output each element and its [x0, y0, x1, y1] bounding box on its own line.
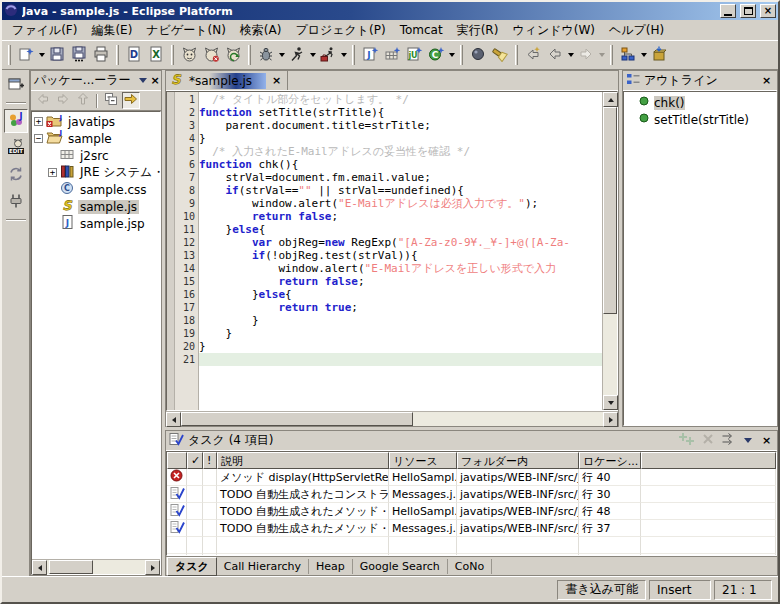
- perspective-java-perspective-button[interactable]: J: [4, 109, 28, 133]
- toolbar-grip[interactable]: [248, 45, 251, 65]
- expand-icon[interactable]: +: [48, 168, 57, 177]
- perspective-plug-perspective-button[interactable]: [4, 190, 28, 214]
- scroll-left-button[interactable]: [166, 412, 181, 427]
- editor-marker-bar[interactable]: [167, 92, 175, 410]
- scroll-thumb[interactable]: [603, 107, 617, 314]
- scroll-down-button[interactable]: [603, 395, 618, 410]
- expand-icon[interactable]: +: [34, 117, 43, 126]
- collapse-all-button[interactable]: [102, 92, 120, 109]
- outline-titlebar[interactable]: アウトライン ×: [623, 71, 777, 91]
- column-header-リソース[interactable]: リソース: [389, 452, 457, 469]
- toolbar-new-junit-test-button[interactable]: jU: [403, 43, 425, 67]
- tree-item-jre-system-library[interactable]: +JRE システム・: [32, 164, 160, 181]
- tree-item-sample-css[interactable]: Csample.css: [32, 181, 160, 198]
- menu-search[interactable]: 検索(A): [233, 20, 289, 41]
- column-header-フォルダー内[interactable]: フォルダー内: [457, 452, 579, 469]
- scroll-track[interactable]: [603, 107, 617, 395]
- column-header-ロケーシ...[interactable]: ロケーシ...: [579, 452, 641, 469]
- view-tab-call-hierarchy[interactable]: Call Hierarchy: [217, 559, 309, 574]
- editor-tab-close-button[interactable]: ×: [269, 74, 284, 88]
- outline-item[interactable]: chk(): [624, 94, 776, 111]
- toolbar-open-type-button[interactable]: [648, 43, 670, 67]
- package-explorer-titlebar[interactable]: パッケー...ーラー ×: [31, 71, 161, 91]
- perspective-tomcat-edit-perspective-button[interactable]: EDIT: [4, 136, 28, 160]
- toolbar-save-as-button[interactable]: [68, 43, 90, 67]
- filter-button[interactable]: [721, 434, 736, 448]
- task-row[interactable]: メソッド display(HttpServletResponse...Hello…: [167, 469, 776, 486]
- toolbar-grip[interactable]: [116, 45, 119, 65]
- toolbar-generate-x-button[interactable]: X: [145, 43, 167, 67]
- new-task-button[interactable]: [679, 434, 694, 448]
- toolbar-new-class-button[interactable]: C: [425, 43, 447, 67]
- pe-up-button[interactable]: [74, 92, 92, 109]
- titlebar[interactable]: Java - sample.js - Eclipse Platform ×: [2, 2, 778, 20]
- scroll-left-button[interactable]: [32, 560, 47, 575]
- toolbar-external-tools-dropdown[interactable]: [339, 43, 348, 67]
- tasks-titlebar[interactable]: タスク (4 項目) ×: [166, 431, 777, 451]
- toolbar-forward-dropdown[interactable]: [597, 43, 606, 67]
- toolbar-debug-button[interactable]: [255, 43, 277, 67]
- close-button[interactable]: ×: [760, 4, 776, 18]
- editor-tab-sample-js[interactable]: S *sample.js ×: [166, 71, 288, 90]
- toolbar-java-browse-button[interactable]: [467, 43, 489, 67]
- toolbar-run-button[interactable]: [286, 43, 308, 67]
- toolbar-new-java-project-button[interactable]: J: [359, 43, 381, 67]
- scroll-thumb[interactable]: [49, 560, 93, 574]
- pe-back-button[interactable]: [34, 92, 52, 109]
- tree-item-sample-jsp[interactable]: Jsample.jsp: [32, 215, 160, 232]
- view-close-button[interactable]: ×: [759, 434, 774, 448]
- view-tab--[interactable]: タスク: [167, 557, 217, 576]
- menu-project[interactable]: プロジェクト(P): [288, 20, 392, 41]
- minimize-button[interactable]: [720, 4, 736, 18]
- pe-forward-button[interactable]: [54, 92, 72, 109]
- editor-vscrollbar[interactable]: [602, 92, 617, 410]
- toolbar-type-hierarchy-button[interactable]: [617, 43, 639, 67]
- view-tab-google-search[interactable]: Google Search: [353, 559, 448, 574]
- toolbar-search-button[interactable]: [489, 43, 511, 67]
- toolbar-grip[interactable]: [610, 45, 613, 65]
- tree-item-sample[interactable]: −Jsample: [32, 130, 160, 147]
- toolbar-generate-d-button[interactable]: D: [123, 43, 145, 67]
- task-row[interactable]: TODO 自動生成されたメソッド・スタブHelloSampl...javatip…: [167, 503, 776, 520]
- toolbar-forward-button[interactable]: [575, 43, 597, 67]
- toolbar-last-edit-location-button[interactable]: [522, 43, 544, 67]
- view-menu-button[interactable]: [740, 434, 755, 448]
- scroll-thumb[interactable]: [181, 412, 413, 426]
- toolbar-grip[interactable]: [460, 45, 463, 65]
- toolbar-tomcat-stop-button[interactable]: [200, 43, 222, 67]
- scroll-track[interactable]: [47, 560, 145, 574]
- column-header-説明[interactable]: 説明: [217, 452, 389, 469]
- collapse-icon[interactable]: −: [34, 134, 43, 143]
- maximize-button[interactable]: [740, 4, 756, 18]
- task-row[interactable]: TODO 自動生成されたコンストラクター・...Messages.j...jav…: [167, 486, 776, 503]
- menu-edit[interactable]: 編集(E): [84, 20, 139, 41]
- scroll-up-button[interactable]: [603, 92, 618, 107]
- menu-tomcat[interactable]: Tomcat: [393, 21, 450, 39]
- perspective-sync-perspective-button[interactable]: [4, 163, 28, 187]
- menu-run[interactable]: 実行(R): [450, 20, 506, 41]
- toolbar-save-button[interactable]: [46, 43, 68, 67]
- scroll-right-button[interactable]: [603, 412, 618, 427]
- scroll-right-button[interactable]: [145, 560, 160, 575]
- column-header-icon[interactable]: [167, 452, 187, 469]
- code-area[interactable]: /* タイトル部分をセットします。 */function setTitle(st…: [199, 92, 602, 410]
- link-editor-button[interactable]: [122, 92, 140, 109]
- view-tab-cono[interactable]: CoNo: [448, 559, 492, 574]
- toolbar-tomcat-start-button[interactable]: [178, 43, 200, 67]
- toolbar-grip[interactable]: [171, 45, 174, 65]
- toolbar-type-hierarchy-dropdown[interactable]: [639, 43, 648, 67]
- toolbar-grip[interactable]: [352, 45, 355, 65]
- toolbar-back-dropdown[interactable]: [566, 43, 575, 67]
- menu-help[interactable]: ヘルプ(H): [602, 20, 671, 41]
- column-header-![interactable]: !: [203, 452, 217, 469]
- scroll-track[interactable]: [181, 412, 603, 426]
- editor-hscrollbar[interactable]: [166, 411, 618, 426]
- menu-window[interactable]: ウィンドウ(W): [505, 20, 602, 41]
- toolbar-external-tools-button[interactable]: [317, 43, 339, 67]
- package-explorer-hscrollbar[interactable]: [32, 559, 160, 574]
- task-row[interactable]: TODO 自動生成されたメソッド・スタブMessages.j...javatip…: [167, 520, 776, 537]
- toolbar-grip[interactable]: [515, 45, 518, 65]
- view-close-button[interactable]: ×: [151, 74, 160, 88]
- toolbar-new-wizard-dropdown[interactable]: [37, 43, 46, 67]
- toolbar-back-button[interactable]: [544, 43, 566, 67]
